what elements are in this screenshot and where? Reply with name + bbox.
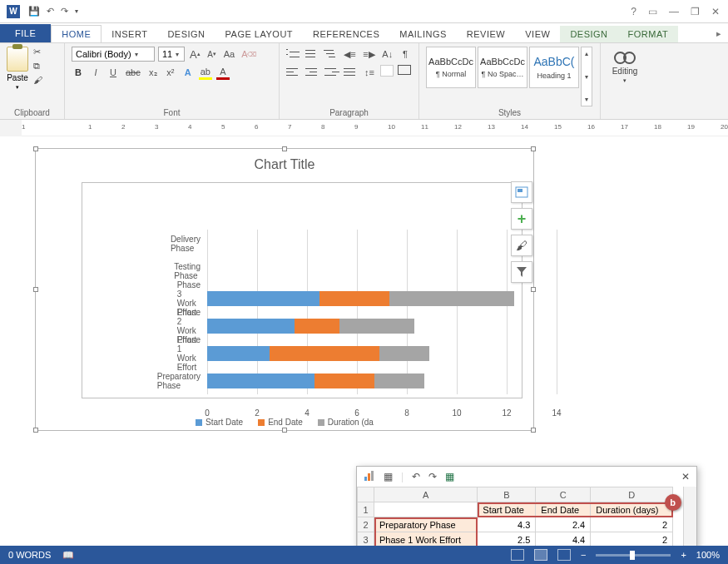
format-painter-button[interactable]: 🖌 [33, 75, 42, 85]
shrink-font-button[interactable]: A▾ [206, 47, 219, 62]
legend-item[interactable]: Start Date [196, 418, 243, 427]
zoom-out-button[interactable]: − [581, 550, 586, 560]
undo-icon[interactable]: ↶ [47, 6, 54, 17]
column-header[interactable]: A [374, 487, 478, 502]
bar[interactable] [207, 374, 424, 388]
font-size-combo[interactable]: 11▾ [158, 47, 185, 62]
align-right-button[interactable] [324, 65, 339, 78]
tab-insert[interactable]: INSERT [102, 26, 157, 42]
chart-data-editor[interactable]: ▦ | ↶ ↷ ▦ ✕ ABCD1Start DateEnd DateDurat… [356, 466, 697, 546]
app-icon[interactable]: W [7, 5, 20, 18]
highlight-button[interactable]: ab [199, 65, 212, 80]
bullets-button[interactable] [286, 47, 301, 60]
find-icon[interactable] [613, 47, 636, 65]
close-icon[interactable]: ✕ [681, 471, 690, 482]
cell[interactable]: 2.4 [536, 517, 591, 532]
cell[interactable]: Duration (days) [591, 502, 673, 517]
tab-view[interactable]: VIEW [515, 26, 560, 42]
horizontal-ruler[interactable]: 11234567891011121314151617181920 [22, 120, 728, 136]
column-header[interactable]: B [478, 487, 536, 502]
style-normal[interactable]: AaBbCcDc¶ Normal [426, 47, 476, 88]
multilevel-button[interactable] [324, 47, 339, 60]
tab-design[interactable]: DESIGN [157, 26, 215, 42]
font-name-combo[interactable]: Calibri (Body)▾ [72, 47, 155, 62]
style-heading1[interactable]: AaBbC(Heading 1 [529, 47, 579, 88]
legend-item[interactable]: End Date [258, 418, 303, 427]
cell[interactable]: Phase 1 Work Effort [374, 532, 478, 547]
restore-icon[interactable]: ❐ [691, 6, 700, 17]
edit-data-button[interactable]: ▦ [384, 471, 393, 482]
chart-icon[interactable] [364, 470, 375, 484]
show-marks-button[interactable]: ¶ [399, 47, 412, 62]
cut-button[interactable]: ✂ [33, 47, 42, 57]
cell[interactable] [374, 502, 478, 517]
collapse-ribbon-icon[interactable]: ▸ [710, 25, 728, 42]
numbering-button[interactable] [305, 47, 320, 60]
change-case-button[interactable]: Aa [222, 47, 236, 62]
cell[interactable]: 2.5 [478, 532, 536, 547]
word-count[interactable]: 0 WORDS [8, 550, 51, 560]
column-header[interactable]: C [536, 487, 591, 502]
cell[interactable]: 4.3 [478, 517, 536, 532]
zoom-level[interactable]: 100% [696, 550, 720, 560]
tab-home[interactable]: HOME [51, 25, 102, 42]
minimize-icon[interactable]: — [669, 6, 679, 17]
zoom-in-button[interactable]: + [681, 550, 686, 560]
redo-icon[interactable]: ↷ [61, 6, 68, 17]
close-icon[interactable]: ✕ [711, 6, 720, 17]
cell[interactable]: 4.4 [536, 532, 591, 547]
help-icon[interactable]: ? [631, 6, 636, 17]
style-no-spacing[interactable]: AaBbCcDc¶ No Spac… [478, 47, 527, 88]
superscript-button[interactable]: x² [164, 65, 177, 80]
font-color-button[interactable]: A [216, 65, 230, 80]
bar[interactable] [207, 291, 514, 306]
document-area[interactable]: Chart Title 02468101214Delivery PhaseTes… [0, 136, 728, 546]
chart-title[interactable]: Chart Title [36, 157, 533, 172]
align-left-button[interactable] [286, 65, 301, 78]
save-icon[interactable]: 💾 [28, 6, 40, 17]
vertical-scrollbar[interactable] [683, 487, 696, 546]
column-header[interactable]: D [591, 487, 673, 502]
clear-formatting-button[interactable]: A⌫ [240, 47, 258, 62]
subscript-button[interactable]: x₂ [146, 65, 160, 80]
tab-references[interactable]: REFERENCES [303, 26, 389, 42]
italic-button[interactable]: I [89, 65, 102, 80]
print-layout-button[interactable] [534, 549, 547, 561]
tab-mailings[interactable]: MAILINGS [389, 26, 457, 42]
align-center-button[interactable] [305, 65, 320, 78]
tab-chart-format[interactable]: FORMAT [618, 26, 679, 42]
styles-scroll[interactable]: ▴▾▾ [581, 47, 592, 106]
excel-icon[interactable]: ▦ [445, 471, 454, 482]
spellcheck-icon[interactable]: 📖 [62, 550, 74, 561]
bold-button[interactable]: B [72, 65, 85, 80]
borders-button[interactable] [398, 65, 411, 75]
chart-styles-button[interactable]: 🖌 [511, 235, 532, 256]
tab-chart-design[interactable]: DESIGN [560, 26, 617, 42]
underline-button[interactable]: U [106, 65, 120, 80]
layout-options-button[interactable] [511, 181, 532, 203]
grow-font-button[interactable]: A▴ [188, 47, 202, 62]
qat-customize-icon[interactable]: ▾ [75, 7, 78, 15]
chart-legend[interactable]: Start DateEnd DateDuration (da [36, 418, 533, 427]
data-grid[interactable]: ABCD1Start DateEnd DateDuration (days)2P… [357, 487, 673, 546]
cell[interactable]: End Date [536, 502, 591, 517]
redo-icon[interactable]: ↷ [428, 471, 437, 482]
shading-button[interactable] [380, 65, 394, 77]
bar[interactable] [207, 319, 414, 334]
chart-filters-button[interactable] [511, 261, 532, 283]
copy-button[interactable]: ⧉ [33, 61, 42, 72]
zoom-slider[interactable] [596, 554, 671, 557]
decrease-indent-button[interactable]: ◀≡ [343, 47, 358, 62]
line-spacing-button[interactable]: ↕≡ [363, 65, 376, 80]
undo-icon[interactable]: ↶ [412, 471, 420, 482]
text-effects-button[interactable]: A [181, 65, 195, 80]
justify-button[interactable] [344, 65, 359, 78]
paste-button[interactable]: Paste ▾ [7, 47, 28, 91]
web-layout-button[interactable] [557, 549, 571, 561]
column-header[interactable] [358, 487, 374, 502]
sort-button[interactable]: A↓ [381, 47, 394, 62]
cell[interactable]: Start Date [478, 502, 536, 517]
tab-page-layout[interactable]: PAGE LAYOUT [215, 26, 304, 42]
bar[interactable] [207, 346, 429, 361]
tab-file[interactable]: FILE [0, 24, 51, 42]
